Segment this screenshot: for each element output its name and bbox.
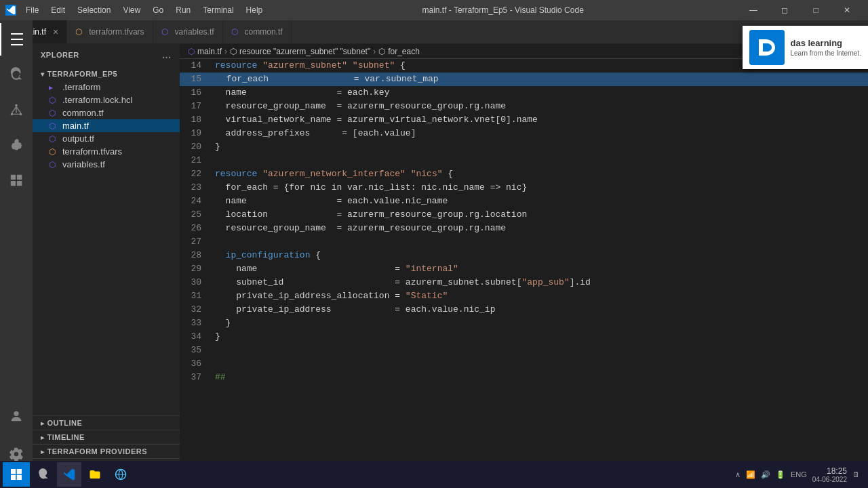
code-line-31: 31 private_ip_address_allocation = "Stat…: [180, 289, 868, 303]
menu-view[interactable]: View: [117, 3, 146, 18]
file-terraform-tfvars[interactable]: ⬡ terraform.tfvars: [33, 145, 180, 158]
providers-section[interactable]: ▸ TERRAFORM PROVIDERS: [33, 445, 180, 459]
line-num-18: 18: [180, 113, 212, 127]
line-content-33: }: [212, 317, 868, 330]
vscode-icon: [5, 5, 16, 16]
tray-lang[interactable]: ENG: [791, 470, 807, 479]
file-variables-tf[interactable]: ⬡ variables.tf: [33, 158, 180, 171]
browser-taskbar[interactable]: [108, 462, 133, 487]
code-editor[interactable]: 14 resource "azurerm_subnet" "subnet" { …: [180, 59, 868, 473]
code-line-18: 18 virtual_network_name = azurerm_virtua…: [180, 113, 868, 127]
menu-file[interactable]: File: [20, 3, 44, 18]
line-num-24: 24: [180, 195, 212, 208]
line-content-19: address_prefixes = [each.value]: [212, 127, 868, 140]
line-content-16: name = each.key: [212, 86, 868, 100]
code-line-35: 35: [180, 344, 868, 357]
line-content-20: }: [212, 140, 868, 154]
file-terraform[interactable]: ▸ .terraform: [33, 81, 180, 94]
menu-selection[interactable]: Selection: [72, 3, 116, 18]
tf-file-icon: ⬡: [49, 134, 58, 144]
line-content-21: [212, 154, 868, 167]
hcl-file-icon: ⬡: [49, 96, 58, 105]
tab-label: variables.tf: [175, 27, 214, 37]
explorer-taskbar[interactable]: [83, 462, 107, 487]
maximize-button[interactable]: □: [800, 0, 831, 20]
project-folder[interactable]: ▾ TERRAFORM_EP5: [33, 67, 180, 81]
tab-variables-tf[interactable]: ⬡ variables.tf: [153, 20, 223, 43]
bc-resource[interactable]: ⬡ resource "azurerm_subnet" "subnet": [230, 47, 370, 56]
file-output-tf[interactable]: ⬡ output.tf: [33, 132, 180, 145]
titlebar-menu: File Edit Selection View Go Run Terminal…: [20, 3, 268, 18]
extensions-icon[interactable]: [0, 164, 33, 197]
menu-terminal[interactable]: Terminal: [197, 3, 239, 18]
svg-rect-12: [17, 475, 22, 480]
file-name: .terraform.lock.hcl: [62, 95, 132, 105]
line-content-34: }: [212, 330, 868, 344]
explorer-title: XPLORER: [41, 51, 79, 59]
file-terraform-lock[interactable]: ⬡ .terraform.lock.hcl: [33, 94, 180, 106]
close-button[interactable]: ✕: [831, 0, 863, 20]
folder-icon: ▸: [49, 83, 58, 92]
chevron-right-icon: ▸: [41, 448, 45, 455]
explorer-icon[interactable]: [0, 23, 33, 56]
das-title: das learning: [790, 38, 861, 49]
tray-wifi: 📶: [746, 470, 755, 479]
code-line-26: 26 resource_group_name = azurerm_resourc…: [180, 222, 868, 235]
titlebar: File Edit Selection View Go Run Terminal…: [0, 0, 868, 20]
line-num-34: 34: [180, 330, 212, 344]
code-line-37: 37 ##: [180, 371, 868, 384]
tray-icon-up[interactable]: ∧: [735, 470, 741, 479]
line-content-15: for_each = var.subnet_map: [212, 73, 868, 86]
new-file-button[interactable]: …: [162, 49, 172, 60]
line-content-37: ##: [212, 371, 868, 384]
line-num-35: 35: [180, 344, 212, 357]
file-main-tf[interactable]: ⬡ main.tf: [33, 119, 180, 132]
minimize-button[interactable]: —: [738, 0, 769, 20]
line-num-37: 37: [180, 371, 212, 384]
line-num-17: 17: [180, 100, 212, 113]
outline-section[interactable]: ▸ OUTLINE: [33, 416, 180, 430]
git-icon[interactable]: [0, 94, 33, 126]
file-common-tf[interactable]: ⬡ common.tf: [33, 106, 180, 119]
line-num-36: 36: [180, 357, 212, 371]
line-content-31: private_ip_address_allocation = "Static": [212, 289, 868, 303]
tf-file-icon: ⬡: [49, 160, 58, 169]
bc-for-each[interactable]: ⬡ for_each: [378, 47, 420, 56]
tab-terraform-tfvars[interactable]: ⬡ terraform.tfvars: [67, 20, 153, 43]
svg-rect-9: [11, 469, 16, 474]
bc-file[interactable]: ⬡ main.tf: [188, 47, 222, 56]
tab-label: terraform.tfvars: [89, 27, 144, 37]
line-num-31: 31: [180, 289, 212, 303]
tray-volume: 🔊: [761, 470, 770, 479]
tfvars-file-icon: ⬡: [75, 27, 85, 37]
code-line-20: 20 }: [180, 140, 868, 154]
code-line-27: 27: [180, 235, 868, 249]
code-line-17: 17 resource_group_name = azurerm_resourc…: [180, 100, 868, 113]
bc-separator-1: ›: [224, 47, 227, 56]
menu-help[interactable]: Help: [241, 3, 269, 18]
menu-go[interactable]: Go: [147, 3, 169, 18]
menu-edit[interactable]: Edit: [45, 3, 71, 18]
file-name: variables.tf: [62, 159, 105, 169]
bc-file-name: main.tf: [197, 47, 222, 56]
tab-common-tf[interactable]: ⬡ common.tf: [223, 20, 292, 43]
tf-file-icon-active: ⬡: [49, 121, 58, 131]
das-logo: [749, 30, 785, 65]
search-icon[interactable]: [0, 58, 33, 91]
debug-icon[interactable]: [0, 129, 33, 161]
restore-button[interactable]: ◻: [769, 0, 800, 20]
timeline-section[interactable]: ▸ TIMELINE: [33, 430, 180, 445]
code-line-28: 28 ip_configuration {: [180, 249, 868, 262]
line-num-26: 26: [180, 222, 212, 235]
svg-point-2: [20, 113, 22, 116]
activity-bar: [0, 20, 33, 473]
search-taskbar[interactable]: [31, 462, 56, 487]
tab-close-main-tf[interactable]: ×: [53, 26, 58, 37]
tray-notif[interactable]: 🗓: [852, 470, 860, 479]
vscode-taskbar[interactable]: [57, 462, 81, 487]
code-line-15: 15 for_each = var.subnet_map: [180, 73, 868, 86]
start-button[interactable]: [3, 462, 30, 487]
menu-run[interactable]: Run: [170, 3, 196, 18]
svg-rect-5: [11, 181, 16, 186]
accounts-icon[interactable]: [0, 400, 33, 432]
